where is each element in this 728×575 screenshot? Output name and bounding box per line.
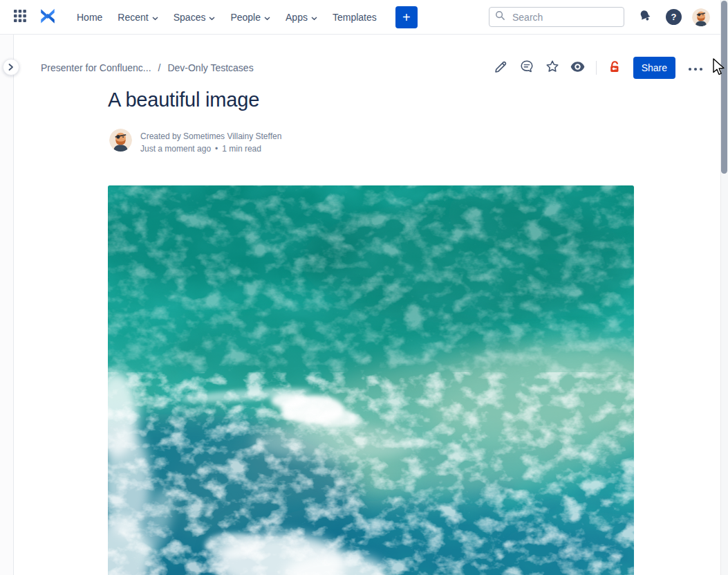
help-button[interactable]: ? xyxy=(666,9,682,25)
nav-item-apps[interactable]: Apps xyxy=(278,8,325,27)
chevron-down-icon xyxy=(152,12,158,23)
nav-label: Spaces xyxy=(174,12,206,23)
byline-dot: • xyxy=(215,143,218,155)
nav-item-home[interactable]: Home xyxy=(69,8,110,27)
watch-button[interactable] xyxy=(568,58,588,77)
create-button[interactable]: + xyxy=(395,6,418,28)
more-icon xyxy=(688,62,703,74)
restrictions-button[interactable] xyxy=(605,58,624,77)
star-icon xyxy=(545,59,560,77)
unlocked-icon xyxy=(608,60,622,77)
page-title: A beautiful image xyxy=(108,89,259,111)
collapsed-sidebar-rail xyxy=(0,35,14,575)
vertical-scrollbar[interactable] xyxy=(720,0,728,575)
comment-button[interactable] xyxy=(517,58,536,77)
comment-icon xyxy=(519,59,534,77)
eye-icon xyxy=(570,59,586,77)
author-avatar[interactable] xyxy=(109,129,132,152)
breadcrumb-space-link[interactable]: Presenter for Confluenc... xyxy=(41,62,151,73)
byline: Created by Sometimes Villainy Steffen Ju… xyxy=(109,129,281,155)
search-input[interactable] xyxy=(511,11,617,24)
more-actions-button[interactable] xyxy=(686,58,705,77)
byline-updated: Just a moment ago xyxy=(140,143,211,155)
expand-sidebar-button[interactable] xyxy=(3,59,19,75)
byline-meta: Created by Sometimes Villainy Steffen Ju… xyxy=(140,129,281,155)
page-actions: Share xyxy=(492,57,705,79)
nav-label: People xyxy=(230,12,261,23)
edit-button[interactable] xyxy=(492,58,511,77)
home-logo-button[interactable] xyxy=(36,4,59,30)
share-button[interactable]: Share xyxy=(633,57,675,79)
top-navbar: Home Recent Spaces People Apps xyxy=(0,0,728,35)
nav-label: Templates xyxy=(333,12,377,23)
pencil-icon xyxy=(494,60,508,77)
app-switcher-button[interactable] xyxy=(10,6,30,28)
confluence-logo xyxy=(39,7,57,27)
actions-divider xyxy=(596,61,597,75)
navbar-left: Home Recent Spaces People Apps xyxy=(0,4,418,30)
primary-nav: Home Recent Spaces People Apps xyxy=(69,8,384,27)
grid-icon xyxy=(12,8,28,26)
nav-item-people[interactable]: People xyxy=(223,8,278,27)
nav-label: Apps xyxy=(286,12,308,23)
favorite-button[interactable] xyxy=(543,58,562,77)
chevron-down-icon xyxy=(264,12,270,23)
chevron-down-icon xyxy=(311,12,317,23)
chevron-right-icon xyxy=(8,62,14,73)
nav-item-recent[interactable]: Recent xyxy=(110,8,165,27)
nav-label: Home xyxy=(77,12,102,23)
confluence-app: Home Recent Spaces People Apps xyxy=(0,0,728,575)
nav-item-templates[interactable]: Templates xyxy=(325,8,384,27)
breadcrumb-page-link[interactable]: Dev-Only Testcases xyxy=(167,62,253,73)
global-search[interactable] xyxy=(489,7,624,27)
scrollbar-thumb[interactable] xyxy=(721,1,727,174)
breadcrumb-separator: / xyxy=(158,62,161,73)
help-icon: ? xyxy=(671,12,677,22)
navbar-right: ? xyxy=(489,6,728,28)
byline-created-by: Created by Sometimes Villainy Steffen xyxy=(140,130,281,143)
byline-read-time: 1 min read xyxy=(222,143,261,155)
notifications-button[interactable] xyxy=(635,6,655,28)
breadcrumb: Presenter for Confluenc... / Dev-Only Te… xyxy=(41,62,254,73)
bell-icon xyxy=(637,8,653,26)
chevron-down-icon xyxy=(209,12,215,23)
nav-item-spaces[interactable]: Spaces xyxy=(166,8,223,27)
user-avatar[interactable] xyxy=(692,8,710,26)
nav-label: Recent xyxy=(118,12,148,23)
ocean-image xyxy=(108,185,634,575)
search-icon xyxy=(495,10,505,24)
